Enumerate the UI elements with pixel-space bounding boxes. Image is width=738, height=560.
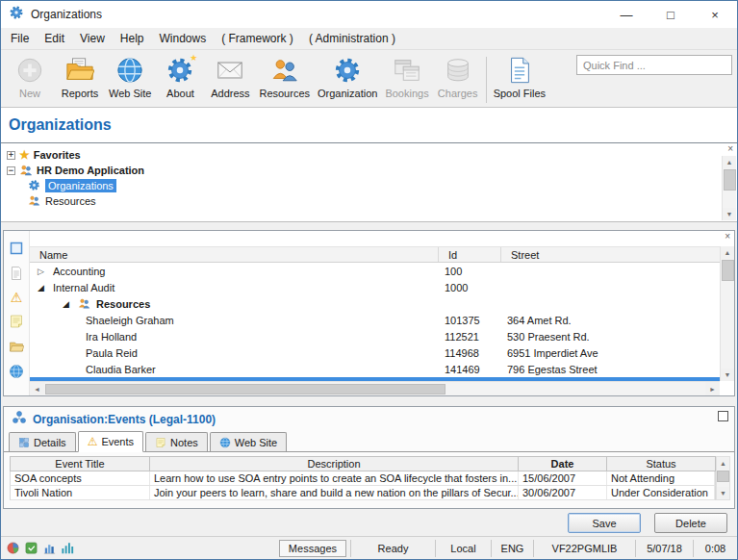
toolbar-button-about[interactable]: ★ About: [155, 53, 205, 99]
status-icons: [6, 541, 75, 555]
scrollbar-thumb[interactable]: [45, 384, 445, 395]
signal-icon[interactable]: [61, 541, 75, 555]
database-icon: [444, 56, 472, 85]
messages-button[interactable]: Messages: [279, 540, 346, 557]
scrollbar-thumb[interactable]: [724, 169, 736, 191]
events-scrollbar[interactable]: ▲ ▼: [716, 456, 730, 500]
grid-row-person[interactable]: Shaeleigh Graham 101375 364 Amet Rd.: [30, 312, 720, 328]
toolbar-button-label: New: [19, 88, 40, 99]
toolbar-button-spool-files[interactable]: Spool Files: [490, 53, 549, 99]
menu-item-framework[interactable]: ( Framework ): [214, 28, 301, 49]
column-header-event-title[interactable]: Event Title: [11, 457, 150, 471]
scroll-down-icon[interactable]: ▼: [721, 369, 734, 381]
tab-details[interactable]: Details: [9, 432, 76, 451]
scroll-down-icon[interactable]: ▼: [723, 208, 736, 220]
detail-maximize-button[interactable]: [718, 411, 728, 421]
toolbar-button-label: Web Site: [109, 88, 151, 99]
tree-expander-icon[interactable]: +: [7, 151, 15, 160]
grid-vertical-scrollbar[interactable]: ▲ ▼: [720, 246, 734, 381]
toolbar-button-organization[interactable]: Organization: [314, 53, 381, 99]
grid-close-icon[interactable]: ×: [725, 232, 730, 242]
scroll-down-icon[interactable]: ▼: [717, 487, 729, 499]
grid-row-person[interactable]: Ira Holland 112521 530 Praesent Rd.: [30, 328, 720, 344]
delete-button[interactable]: Delete: [654, 513, 727, 533]
expand-icon[interactable]: ◢: [63, 299, 73, 309]
globe-icon[interactable]: [9, 364, 24, 379]
document-icon[interactable]: [9, 266, 24, 281]
status-language: ENG: [491, 540, 533, 557]
event-date: 15/06/2007: [519, 471, 607, 485]
menu-item-view[interactable]: View: [72, 28, 113, 49]
collapse-icon[interactable]: ▷: [38, 267, 48, 276]
tab-label: Details: [34, 437, 66, 448]
scroll-up-icon[interactable]: ▲: [723, 156, 736, 168]
column-header-name[interactable]: Name: [30, 247, 439, 262]
grid-row-accounting[interactable]: ▷Accounting 100: [30, 263, 720, 279]
warning-icon: ⚠: [88, 436, 98, 447]
grid-horizontal-scrollbar[interactable]: ◄ ►: [30, 381, 720, 395]
globe-icon: [115, 56, 144, 85]
pie-chart-icon[interactable]: [6, 541, 20, 555]
row-name: Accounting: [53, 266, 105, 277]
toolbar-button-reports[interactable]: Reports: [55, 53, 105, 99]
toolbar-button-resources[interactable]: Resources: [255, 53, 314, 99]
tab-events[interactable]: ⚠ Events: [78, 431, 143, 452]
tree-item-hr-demo-application[interactable]: − HR Demo Application: [1, 163, 737, 178]
quick-find-input[interactable]: [576, 55, 732, 75]
menu-item-file[interactable]: File: [3, 28, 37, 49]
grid-top-strip: [30, 231, 720, 246]
tree-item-favorites[interactable]: + ★ Favorites: [1, 147, 737, 163]
grid-row-resources-group[interactable]: ◢Resources: [30, 295, 720, 312]
scroll-left-icon[interactable]: ◄: [30, 382, 44, 395]
bar-chart-icon[interactable]: [42, 541, 57, 555]
maximize-button[interactable]: □: [649, 1, 693, 28]
toolbar: New Reports Web Site ★ About Address Res…: [1, 50, 737, 108]
note-icon[interactable]: [9, 314, 24, 329]
organization-icon: [12, 410, 27, 429]
column-header-street[interactable]: Street: [501, 247, 720, 262]
tree-item-resources[interactable]: Resources: [1, 193, 737, 209]
expand-icon[interactable]: ◢: [38, 283, 48, 293]
scroll-up-icon[interactable]: ▲: [717, 457, 729, 470]
tree-expander-icon[interactable]: −: [7, 166, 15, 175]
tab-web-site[interactable]: Web Site: [210, 432, 287, 451]
window-icon[interactable]: [9, 241, 24, 256]
menu-item-edit[interactable]: Edit: [37, 28, 72, 49]
event-row[interactable]: SOA concepts Learn how to use SOA entry …: [10, 471, 716, 486]
scrollbar-thumb[interactable]: [722, 260, 734, 281]
tab-notes[interactable]: Notes: [145, 432, 208, 451]
toolbar-button-charges: Charges: [433, 53, 483, 99]
minimize-button[interactable]: —: [604, 1, 649, 28]
tree-scrollbar[interactable]: ▲ ▼: [722, 156, 736, 220]
scrollbar-thumb[interactable]: [717, 471, 729, 482]
scroll-up-icon[interactable]: ▲: [721, 246, 734, 259]
grid-header: Name Id Street: [30, 246, 720, 263]
grid-row-person[interactable]: Claudia Barker 141469 796 Egestas Street: [30, 361, 720, 377]
events-table: Event Title Description Date Status SOA …: [10, 456, 730, 500]
folder-icon[interactable]: [9, 339, 24, 354]
grid-row-person[interactable]: Paula Reid 114968 6951 Imperdiet Ave: [30, 344, 720, 361]
menu-item-help[interactable]: Help: [113, 28, 152, 49]
green-check-icon[interactable]: [24, 541, 38, 555]
column-header-id[interactable]: Id: [439, 247, 501, 262]
column-header-status[interactable]: Status: [607, 457, 715, 471]
toolbar-button-address[interactable]: Address: [205, 53, 255, 99]
menu-item-windows[interactable]: Windows: [152, 28, 215, 49]
event-date: 30/06/2007: [519, 486, 607, 499]
menu-item-administration[interactable]: ( Administration ): [301, 28, 403, 49]
event-row[interactable]: Tivoli Nation Join your peers to learn, …: [10, 486, 716, 500]
detail-tabs: Details ⚠ Events Notes Web Site: [4, 431, 734, 452]
column-header-description[interactable]: Description: [150, 457, 519, 471]
scroll-right-icon[interactable]: ►: [705, 382, 720, 395]
tree-item-organizations[interactable]: Organizations: [1, 178, 737, 193]
column-header-date[interactable]: Date: [519, 457, 607, 471]
grid-row-internal-audit[interactable]: ◢Internal Audit 1000: [30, 279, 720, 295]
save-button[interactable]: Save: [568, 513, 641, 533]
toolbar-button-web-site[interactable]: Web Site: [105, 53, 155, 99]
tree-close-icon[interactable]: ×: [727, 144, 733, 154]
close-button[interactable]: ×: [693, 1, 737, 28]
warning-icon[interactable]: ⚠: [11, 291, 23, 304]
menu-bar: File Edit View Help Windows ( Framework …: [1, 28, 737, 50]
grid-icon: [18, 437, 30, 448]
event-description: Join your peers to learn, share and buil…: [150, 486, 519, 499]
